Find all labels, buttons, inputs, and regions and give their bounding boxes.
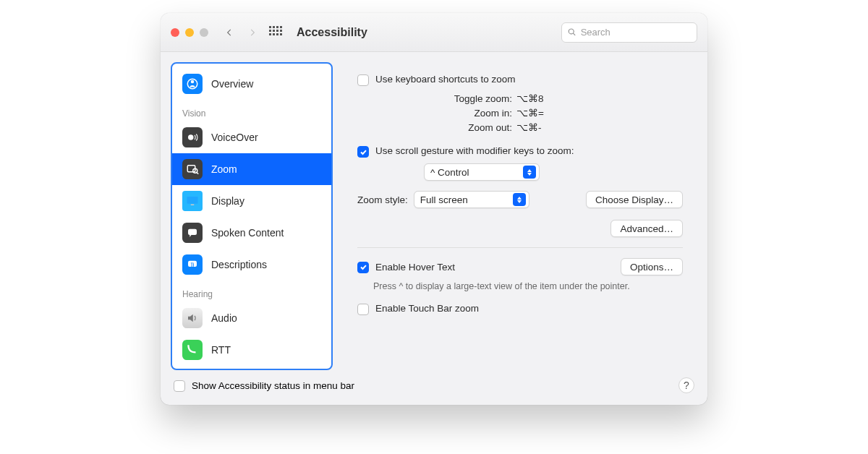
- sidebar: Overview Vision VoiceOver Zoom Display: [171, 62, 333, 370]
- shortcuts-block: Toggle zoom:⌥⌘8 Zoom in:⌥⌘= Zoom out:⌥⌘-: [357, 92, 683, 135]
- back-button[interactable]: [221, 25, 237, 40]
- forward-button[interactable]: [244, 25, 260, 40]
- status-menubar-checkbox[interactable]: [174, 380, 185, 392]
- search-field[interactable]: [561, 22, 697, 43]
- preferences-window: Accessibility Overview Vision VoiceOver: [161, 13, 707, 405]
- hover-text-checkbox[interactable]: [357, 262, 369, 273]
- sidebar-item-rtt[interactable]: RTT: [172, 334, 331, 366]
- zoom-style-row: Zoom style: Full screen Choose Display…: [357, 191, 683, 208]
- sidebar-label: VoiceOver: [211, 132, 258, 143]
- hover-hint: Press ^ to display a large-text view of …: [373, 281, 683, 291]
- body: Overview Vision VoiceOver Zoom Display: [161, 52, 707, 377]
- zoom-in-label: Zoom in:: [357, 106, 516, 121]
- advanced-button[interactable]: Advanced…: [610, 220, 683, 237]
- hover-text-row: Enable Hover Text Options…: [357, 258, 683, 275]
- use-scroll-checkbox[interactable]: [357, 146, 369, 158]
- footer: Show Accessibility status in menu bar ?: [161, 377, 707, 405]
- touch-bar-label: Enable Touch Bar zoom: [375, 303, 479, 314]
- sidebar-label: Display: [211, 195, 244, 207]
- sidebar-item-descriptions[interactable]: )) Descriptions: [172, 249, 331, 280]
- sidebar-item-zoom[interactable]: Zoom: [172, 153, 331, 185]
- search-input[interactable]: [581, 27, 691, 38]
- svg-rect-6: [187, 197, 198, 204]
- zoom-window-icon[interactable]: [200, 28, 208, 37]
- touch-bar-checkbox[interactable]: [357, 304, 369, 315]
- help-button[interactable]: ?: [678, 377, 694, 393]
- audio-icon: [182, 308, 203, 328]
- svg-text:)): )): [191, 262, 195, 267]
- grid-icon[interactable]: [269, 26, 282, 39]
- use-keyboard-row: Use keyboard shortcuts to zoom: [357, 74, 683, 86]
- zoom-style-label: Zoom style:: [357, 194, 408, 205]
- modifier-select[interactable]: ^ Control: [424, 163, 540, 181]
- chevron-updown-icon: [523, 166, 536, 179]
- window-title: Accessibility: [297, 26, 367, 39]
- toolbar: Accessibility: [161, 13, 707, 52]
- display-icon: [182, 191, 203, 211]
- sidebar-item-spoken[interactable]: Spoken Content: [172, 217, 331, 249]
- sidebar-label: Spoken Content: [211, 227, 284, 239]
- sidebar-item-overview[interactable]: Overview: [172, 68, 331, 100]
- touch-bar-row: Enable Touch Bar zoom: [357, 303, 683, 315]
- minimize-icon[interactable]: [185, 28, 194, 37]
- status-menubar-label: Show Accessibility status in menu bar: [192, 380, 354, 391]
- chevron-updown-icon: [513, 193, 526, 206]
- zoom-in-keys: ⌥⌘=: [516, 106, 544, 121]
- rtt-icon: [182, 340, 203, 360]
- sidebar-label: Overview: [211, 78, 253, 90]
- sidebar-item-voiceover[interactable]: VoiceOver: [172, 121, 331, 153]
- window-controls: [171, 28, 208, 37]
- close-icon[interactable]: [171, 28, 179, 37]
- voiceover-icon: [182, 127, 203, 147]
- search-icon: [568, 27, 576, 37]
- sidebar-section-hearing: Hearing: [172, 280, 331, 302]
- modifier-value: ^ Control: [430, 167, 469, 178]
- svg-line-5: [197, 173, 198, 174]
- toggle-keys: ⌥⌘8: [516, 92, 544, 106]
- zoom-out-keys: ⌥⌘-: [516, 121, 542, 135]
- choose-display-button[interactable]: Choose Display…: [586, 191, 683, 208]
- divider: [357, 247, 683, 248]
- use-scroll-row: Use scroll gesture with modifier keys to…: [357, 145, 683, 158]
- svg-point-2: [188, 134, 194, 140]
- sidebar-section-vision: Vision: [172, 100, 331, 121]
- zoom-style-value: Full screen: [420, 194, 468, 205]
- spoken-content-icon: [182, 223, 203, 243]
- sidebar-label: Descriptions: [211, 259, 267, 270]
- hover-text-label: Enable Hover Text: [375, 262, 455, 273]
- use-keyboard-checkbox[interactable]: [357, 74, 369, 86]
- use-keyboard-label: Use keyboard shortcuts to zoom: [375, 74, 516, 85]
- svg-point-1: [192, 81, 194, 83]
- zoom-out-label: Zoom out:: [357, 121, 516, 135]
- sidebar-item-display[interactable]: Display: [172, 185, 331, 217]
- content-pane: Use keyboard shortcuts to zoom Toggle zo…: [343, 62, 697, 370]
- zoom-icon: [182, 159, 203, 179]
- sidebar-label: Zoom: [211, 163, 237, 175]
- sidebar-label: Audio: [211, 312, 237, 324]
- toggle-label: Toggle zoom:: [357, 92, 516, 106]
- overview-icon: [182, 74, 203, 94]
- zoom-style-select[interactable]: Full screen: [414, 191, 529, 208]
- descriptions-icon: )): [182, 254, 203, 275]
- svg-rect-8: [191, 205, 195, 206]
- svg-rect-9: [188, 229, 197, 235]
- options-button[interactable]: Options…: [621, 258, 683, 275]
- sidebar-label: RTT: [211, 344, 231, 356]
- use-scroll-label: Use scroll gesture with modifier keys to…: [375, 145, 574, 156]
- sidebar-item-audio[interactable]: Audio: [172, 302, 331, 334]
